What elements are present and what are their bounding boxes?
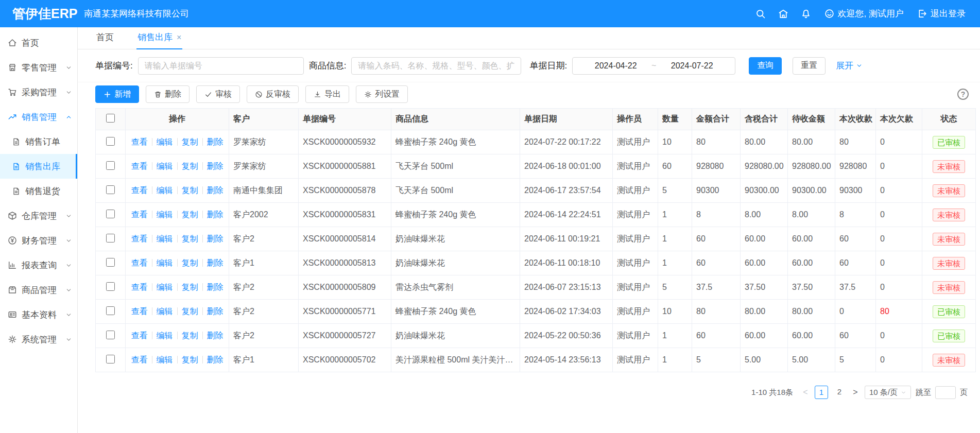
- cell-customer: 客户2: [229, 324, 299, 348]
- audit-button[interactable]: 审核: [196, 85, 240, 103]
- sidebar-item-basic-data[interactable]: 基本资料: [0, 302, 77, 327]
- expand-link[interactable]: 展开: [836, 60, 863, 72]
- product-info-input[interactable]: [351, 57, 521, 75]
- home-icon[interactable]: [778, 9, 788, 19]
- company-name: 南通某某网络科技有限公司: [84, 8, 189, 20]
- date-start-value[interactable]: 2024-04-22: [584, 61, 647, 71]
- copy-link[interactable]: 复制: [182, 162, 198, 170]
- delete-link[interactable]: 删除: [207, 307, 223, 316]
- view-link[interactable]: 查看: [131, 162, 148, 170]
- help-icon[interactable]: ?: [957, 89, 969, 100]
- copy-link[interactable]: 复制: [182, 137, 198, 146]
- view-link[interactable]: 查看: [131, 355, 148, 364]
- user-menu[interactable]: 欢迎您, 测试用户: [824, 8, 904, 20]
- row-checkbox[interactable]: [106, 306, 115, 315]
- date-end-value[interactable]: 2024-07-22: [661, 61, 724, 71]
- row-checkbox[interactable]: [106, 258, 115, 267]
- tab-sales-outbound[interactable]: 销售出库 ×: [136, 31, 182, 49]
- next-page-button[interactable]: >: [851, 388, 860, 397]
- sidebar-item-sales-outbound[interactable]: 销售出库: [0, 154, 77, 179]
- page-1-button[interactable]: 1: [815, 386, 828, 399]
- view-link[interactable]: 查看: [131, 186, 148, 195]
- sidebar-item-label: 零售管理: [22, 62, 57, 74]
- prev-page-button[interactable]: <: [801, 388, 810, 397]
- copy-link[interactable]: 复制: [182, 186, 198, 195]
- search-button[interactable]: 查询: [749, 57, 782, 75]
- delete-link[interactable]: 删除: [207, 258, 223, 267]
- row-checkbox[interactable]: [106, 161, 115, 170]
- edit-link[interactable]: 编辑: [157, 210, 173, 219]
- search-icon[interactable]: [755, 9, 766, 19]
- edit-link[interactable]: 编辑: [157, 186, 173, 195]
- view-link[interactable]: 查看: [131, 234, 148, 243]
- edit-link[interactable]: 编辑: [157, 162, 173, 170]
- delete-link[interactable]: 删除: [207, 162, 223, 170]
- bell-icon[interactable]: [801, 9, 811, 19]
- sidebar-item-retail[interactable]: 零售管理: [0, 55, 77, 80]
- cube-icon: [8, 211, 17, 220]
- delete-link[interactable]: 删除: [207, 210, 223, 219]
- row-checkbox[interactable]: [106, 210, 115, 218]
- sidebar-item-finance[interactable]: 财务管理: [0, 228, 77, 253]
- copy-link[interactable]: 复制: [182, 283, 198, 291]
- close-icon[interactable]: ×: [177, 33, 181, 42]
- edit-link[interactable]: 编辑: [157, 331, 173, 340]
- row-checkbox[interactable]: [106, 355, 115, 363]
- select-all-checkbox[interactable]: [106, 114, 115, 123]
- delete-link[interactable]: 删除: [207, 137, 223, 146]
- page-size-select[interactable]: 10 条/页: [865, 386, 911, 399]
- page-2-button[interactable]: 2: [833, 386, 846, 399]
- copy-link[interactable]: 复制: [182, 331, 198, 340]
- view-link[interactable]: 查看: [131, 307, 148, 316]
- column-settings-button[interactable]: 列设置: [356, 85, 408, 103]
- edit-link[interactable]: 编辑: [157, 307, 173, 316]
- sidebar-item-label: 报表查询: [22, 259, 57, 271]
- sidebar-item-sales-order[interactable]: 销售订单: [0, 129, 77, 154]
- sidebar-item-goods[interactable]: 商品管理: [0, 278, 77, 302]
- copy-link[interactable]: 复制: [182, 234, 198, 243]
- copy-link[interactable]: 复制: [182, 355, 198, 364]
- edit-link[interactable]: 编辑: [157, 355, 173, 364]
- sidebar-item-reports[interactable]: 报表查询: [0, 253, 77, 278]
- reset-button[interactable]: 重置: [793, 57, 826, 75]
- export-button[interactable]: 导出: [305, 85, 349, 103]
- view-link[interactable]: 查看: [131, 137, 148, 146]
- sidebar-item-sales[interactable]: 销售管理: [0, 105, 77, 129]
- logout-button[interactable]: 退出登录: [917, 8, 966, 20]
- view-link[interactable]: 查看: [131, 210, 148, 219]
- edit-link[interactable]: 编辑: [157, 234, 173, 243]
- edit-link[interactable]: 编辑: [157, 137, 173, 146]
- delete-button[interactable]: 删除: [146, 85, 190, 103]
- view-link[interactable]: 查看: [131, 331, 148, 340]
- sidebar-item-warehouse[interactable]: 仓库管理: [0, 203, 77, 228]
- edit-link[interactable]: 编辑: [157, 283, 173, 291]
- row-checkbox[interactable]: [106, 137, 115, 146]
- sidebar-item-home[interactable]: 首页: [0, 30, 77, 55]
- row-checkbox[interactable]: [106, 331, 115, 339]
- edit-link[interactable]: 编辑: [157, 258, 173, 267]
- tab-home[interactable]: 首页: [95, 31, 115, 49]
- chevron-down-icon: [65, 311, 72, 318]
- date-range-picker[interactable]: 2024-04-22 ~ 2024-07-22: [572, 57, 735, 75]
- delete-link[interactable]: 删除: [207, 283, 223, 291]
- sidebar-item-purchase[interactable]: 采购管理: [0, 80, 77, 105]
- jump-page-input[interactable]: [935, 386, 956, 399]
- add-button[interactable]: 新增: [95, 85, 139, 103]
- unaudit-button[interactable]: 反审核: [247, 85, 299, 103]
- row-checkbox[interactable]: [106, 185, 115, 194]
- sidebar-item-system[interactable]: 系统管理: [0, 327, 77, 352]
- delete-link[interactable]: 删除: [207, 331, 223, 340]
- copy-link[interactable]: 复制: [182, 258, 198, 267]
- copy-link[interactable]: 复制: [182, 307, 198, 316]
- row-checkbox[interactable]: [106, 234, 115, 243]
- delete-link[interactable]: 删除: [207, 186, 223, 195]
- row-checkbox[interactable]: [106, 282, 115, 291]
- view-link[interactable]: 查看: [131, 258, 148, 267]
- copy-link[interactable]: 复制: [182, 210, 198, 219]
- delete-link[interactable]: 删除: [207, 355, 223, 364]
- delete-link[interactable]: 删除: [207, 234, 223, 243]
- sidebar-item-sales-return[interactable]: 销售退货: [0, 179, 77, 203]
- view-link[interactable]: 查看: [131, 283, 148, 291]
- doc-no-input[interactable]: [138, 57, 304, 75]
- cell-amount: 37.5: [692, 275, 741, 300]
